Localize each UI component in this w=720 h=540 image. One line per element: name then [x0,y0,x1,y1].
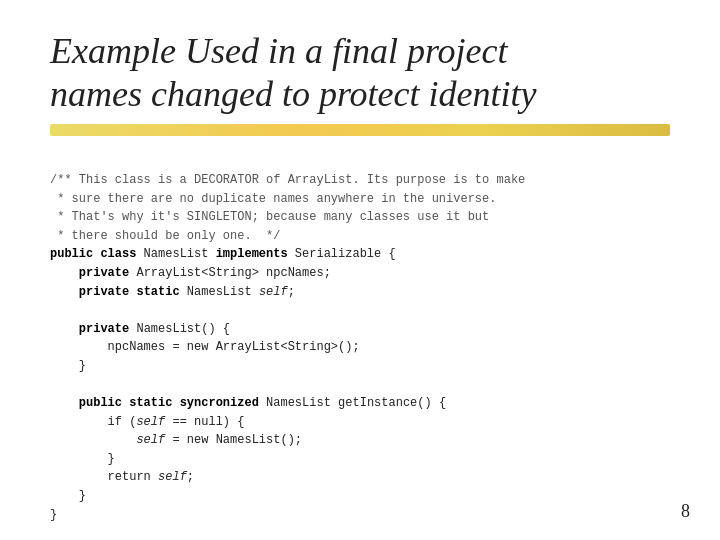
slide-title: Example Used in a final project names ch… [50,30,670,116]
title-line1: Example Used in a final project [50,31,508,71]
page-number: 8 [681,501,690,522]
highlight-bar [50,124,670,136]
code-line-class: public class NamesList implements Serial… [50,247,396,261]
comment-line1: /** This class is a DECORATOR of ArrayLi… [50,173,525,243]
title-line2: names changed to protect identity [50,74,537,114]
slide: Example Used in a final project names ch… [0,0,720,540]
code-block: /** This class is a DECORATOR of ArrayLi… [50,152,670,540]
title-section: Example Used in a final project names ch… [50,30,670,136]
